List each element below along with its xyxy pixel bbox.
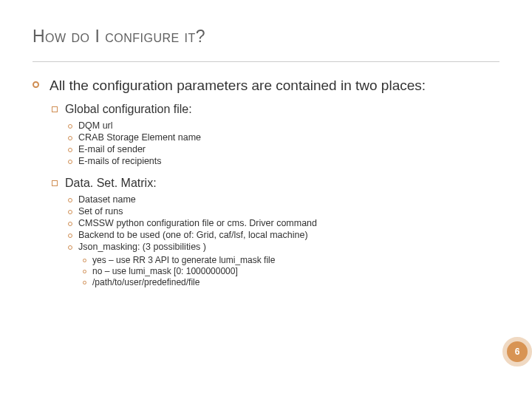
- ring-bullet-icon: [68, 222, 72, 226]
- ring-bullet-icon: [68, 160, 72, 164]
- list-item: CMSSW python configuration file or cms. …: [68, 218, 499, 228]
- section-items: Dataset name Set of runs CMSSW python co…: [68, 194, 499, 287]
- list-item: yes – use RR 3 API to generate lumi_mask…: [83, 255, 499, 265]
- section-heading: Global configuration file:: [65, 103, 192, 116]
- list-item: CRAB Storage Element name: [68, 132, 499, 143]
- list-item: /path/to/user/predefined/file: [83, 277, 499, 287]
- ring-bullet-icon: [83, 281, 86, 284]
- ring-bullet-icon: [83, 259, 86, 262]
- ring-bullet-icon: [68, 124, 72, 129]
- list-item: Dataset name: [68, 194, 499, 205]
- page-number: 6: [515, 347, 520, 357]
- slide: How do I configure it? All the configura…: [0, 0, 532, 399]
- section-global: Global configuration file: DQM url CRAB …: [52, 103, 499, 166]
- ring-bullet-icon: [68, 198, 72, 202]
- sections-list: Global configuration file: DQM url CRAB …: [52, 103, 499, 287]
- square-bullet-icon: [52, 180, 58, 186]
- ring-bullet-icon: [33, 81, 39, 88]
- intro-text: All the configuration parameters are con…: [50, 77, 426, 95]
- square-bullet-icon: [52, 106, 58, 112]
- ring-bullet-icon: [68, 210, 72, 214]
- page-number-badge: 6: [502, 337, 532, 366]
- sub-items: yes – use RR 3 API to generate lumi_mask…: [83, 255, 499, 287]
- ring-bullet-icon: [68, 148, 72, 152]
- list-item: Json_masking: (3 possibilities ) yes – u…: [68, 242, 499, 287]
- list-item: E-mail of sender: [68, 144, 499, 154]
- slide-title: How do I configure it?: [33, 27, 499, 47]
- ring-bullet-icon: [68, 245, 72, 250]
- ring-bullet-icon: [68, 136, 72, 140]
- list-item: no – use lumi_mask [0: 1000000000]: [83, 266, 499, 276]
- content-list: All the configuration parameters are con…: [33, 77, 499, 287]
- list-item: Backend to be used (one of: Grid, caf/ls…: [68, 230, 499, 240]
- section-heading: Data. Set. Matrix:: [65, 177, 157, 190]
- section-datasetmatrix: Data. Set. Matrix: Dataset name Set of r…: [52, 177, 499, 287]
- list-item: Set of runs: [68, 206, 499, 216]
- list-item: E-mails of recipients: [68, 156, 499, 166]
- list-item: All the configuration parameters are con…: [33, 77, 499, 287]
- list-item: DQM url: [68, 120, 499, 131]
- ring-bullet-icon: [83, 270, 86, 273]
- section-items: DQM url CRAB Storage Element name E-mail…: [68, 120, 499, 166]
- ring-bullet-icon: [68, 233, 72, 238]
- title-divider: [33, 61, 499, 62]
